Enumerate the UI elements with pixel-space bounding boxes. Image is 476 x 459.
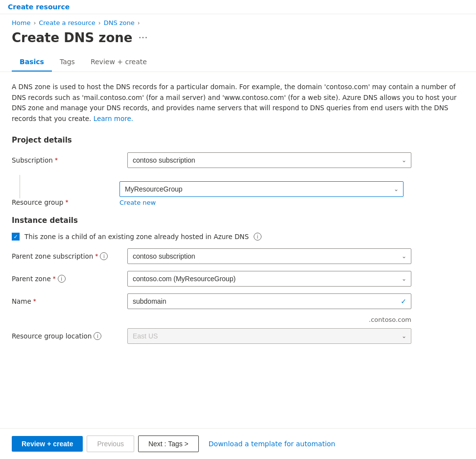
resource-group-select[interactable]: MyResourceGroup	[119, 181, 404, 197]
tab-basics[interactable]: Basics	[12, 53, 52, 72]
project-details-section: Project details Subscription * contoso s…	[12, 136, 458, 206]
main-content: A DNS zone is used to host the DNS recor…	[0, 72, 470, 361]
breadcrumb-create-resource[interactable]: Create a resource	[39, 19, 95, 26]
breadcrumb-dns-zone: DNS zone	[104, 19, 135, 26]
parent-zone-sub-required: *	[95, 253, 98, 260]
breadcrumb-sep-2: ›	[98, 20, 101, 26]
resource-group-location-label: Resource group location i	[12, 328, 119, 340]
create-new-link[interactable]: Create new	[119, 199, 404, 206]
tab-review-create[interactable]: Review + create	[83, 53, 155, 72]
name-check-icon: ✓	[401, 297, 406, 305]
child-zone-label: This zone is a child of an existing zone…	[24, 233, 249, 241]
instance-details-section: Instance details ✓ This zone is a child …	[12, 216, 458, 344]
resource-group-location-row: Resource group location i East US ⌄	[12, 328, 458, 344]
resource-group-location-select: East US	[127, 328, 411, 344]
breadcrumb-sep-1: ›	[33, 20, 36, 26]
parent-zone-subscription-field: contoso subscription ⌄	[127, 248, 411, 264]
parent-zone-subscription-label: Parent zone subscription * i	[12, 248, 119, 260]
resource-group-select-wrapper: MyResourceGroup ⌄	[119, 181, 404, 197]
parent-zone-select[interactable]: contoso.com (MyResourceGroup)	[127, 271, 411, 287]
domain-suffix: .contoso.com	[369, 316, 411, 323]
name-input[interactable]	[127, 293, 411, 309]
subscription-select-wrapper: contoso subscription ⌄	[127, 152, 411, 168]
parent-zone-sub-select-wrapper: contoso subscription ⌄	[127, 248, 411, 264]
parent-zone-sub-info-icon[interactable]: i	[100, 252, 108, 260]
breadcrumb-home[interactable]: Home	[12, 19, 30, 26]
domain-suffix-row: .contoso.com	[127, 316, 411, 323]
name-required: *	[33, 298, 36, 305]
resource-group-label: Resource group *	[12, 198, 68, 206]
child-zone-checkbox[interactable]: ✓	[12, 233, 20, 241]
parent-zone-info-icon[interactable]: i	[58, 275, 66, 283]
description-text: A DNS zone is used to host the DNS recor…	[12, 82, 458, 124]
parent-zone-row: Parent zone * i contoso.com (MyResourceG…	[12, 271, 458, 287]
parent-zone-select-wrapper: contoso.com (MyResourceGroup) ⌄	[127, 271, 411, 287]
subscription-label: Subscription *	[12, 152, 119, 164]
name-row: Name * ✓	[12, 293, 458, 309]
child-zone-info-icon[interactable]: i	[254, 233, 262, 241]
parent-zone-field: contoso.com (MyResourceGroup) ⌄	[127, 271, 411, 287]
subscription-required: *	[55, 157, 58, 164]
checkbox-check-icon: ✓	[13, 234, 18, 240]
resource-group-required: *	[65, 199, 68, 206]
parent-zone-required: *	[53, 275, 56, 282]
subscription-select[interactable]: contoso subscription	[127, 152, 411, 168]
breadcrumb: Home › Create a resource › DNS zone ›	[0, 14, 476, 26]
name-field: ✓	[127, 293, 411, 309]
top-bar-title: Create resource	[8, 3, 70, 11]
resource-group-location-field: East US ⌄	[127, 328, 411, 344]
name-label: Name *	[12, 293, 119, 305]
page-header: Create DNS zone ···	[0, 26, 476, 53]
learn-more-link[interactable]: Learn more.	[94, 115, 133, 122]
breadcrumb-sep-3: ›	[138, 20, 140, 26]
rg-location-select-wrapper: East US ⌄	[127, 328, 411, 344]
parent-zone-subscription-row: Parent zone subscription * i contoso sub…	[12, 248, 458, 264]
instance-details-title: Instance details	[12, 216, 458, 225]
subscription-field: contoso subscription ⌄	[127, 152, 411, 168]
name-input-wrapper: ✓	[127, 293, 411, 309]
child-zone-checkbox-row: ✓ This zone is a child of an existing zo…	[12, 233, 458, 241]
tab-bar: Basics Tags Review + create	[0, 53, 476, 72]
resource-group-field: MyResourceGroup ⌄ Create new	[119, 181, 404, 206]
rg-location-info-icon[interactable]: i	[94, 332, 101, 340]
ellipsis-icon[interactable]: ···	[138, 32, 147, 44]
subscription-row: Subscription * contoso subscription ⌄	[12, 152, 458, 168]
top-bar: Create resource	[0, 0, 476, 14]
page-title: Create DNS zone	[12, 30, 132, 45]
project-details-title: Project details	[12, 136, 458, 145]
parent-zone-subscription-select[interactable]: contoso subscription	[127, 248, 411, 264]
tab-tags[interactable]: Tags	[52, 53, 83, 72]
parent-zone-label: Parent zone * i	[12, 271, 119, 283]
